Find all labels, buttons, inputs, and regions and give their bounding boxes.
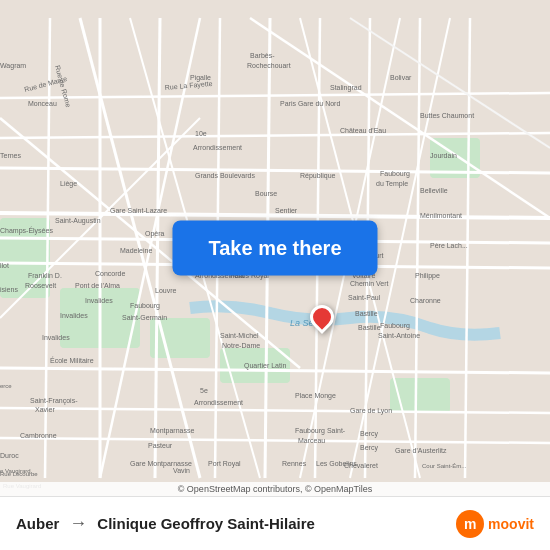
origin-label: Auber <box>16 515 59 532</box>
svg-text:Marceau: Marceau <box>298 437 325 444</box>
svg-text:Belleville: Belleville <box>420 187 448 194</box>
svg-text:Château d'Eau: Château d'Eau <box>340 127 386 134</box>
svg-text:Ternes: Ternes <box>0 152 22 159</box>
svg-text:Cour Saint-Ém...: Cour Saint-Ém... <box>422 463 467 469</box>
svg-text:Saint-Antoine: Saint-Antoine <box>378 332 420 339</box>
svg-text:Place Monge: Place Monge <box>295 392 336 400</box>
svg-text:Bercy: Bercy <box>360 430 378 438</box>
svg-text:Barbès-: Barbès- <box>250 52 275 59</box>
svg-text:Saint-François-: Saint-François- <box>30 397 78 405</box>
svg-text:Faubourg: Faubourg <box>380 322 410 330</box>
svg-text:e Vaugirard: e Vaugirard <box>0 468 31 474</box>
take-me-there-button[interactable]: Take me there <box>172 221 377 276</box>
svg-text:Grands Boulevards: Grands Boulevards <box>195 172 255 179</box>
svg-text:Opéra: Opéra <box>145 230 165 238</box>
svg-text:Pont de l'Alma: Pont de l'Alma <box>75 282 120 289</box>
svg-text:Bourse: Bourse <box>255 190 277 197</box>
svg-text:Invalides: Invalides <box>85 297 113 304</box>
svg-text:Saint-Germain: Saint-Germain <box>122 314 167 321</box>
svg-text:Bolivar: Bolivar <box>390 74 412 81</box>
destination-pin <box>310 305 334 329</box>
svg-text:Saint-Augustin: Saint-Augustin <box>55 217 101 225</box>
svg-text:Père Lach...: Père Lach... <box>430 242 468 249</box>
svg-text:Arrondissement: Arrondissement <box>194 399 243 406</box>
svg-text:Faubourg: Faubourg <box>130 302 160 310</box>
svg-text:erce: erce <box>0 383 12 389</box>
svg-text:Sentier: Sentier <box>275 207 298 214</box>
moovit-logo: m moovit <box>456 510 534 538</box>
svg-text:Roosevelt: Roosevelt <box>25 282 56 289</box>
map-container: La Seine <box>0 0 550 496</box>
svg-text:Gare Saint-Lazare: Gare Saint-Lazare <box>110 207 167 214</box>
svg-text:Buttes Chaumont: Buttes Chaumont <box>420 112 474 119</box>
svg-text:Faubourg: Faubourg <box>380 170 410 178</box>
svg-text:Saint-Michel: Saint-Michel <box>220 332 259 339</box>
pin-marker <box>305 300 339 334</box>
svg-text:Liège: Liège <box>60 180 77 188</box>
svg-text:Stalingrad: Stalingrad <box>330 84 362 92</box>
svg-text:10e: 10e <box>195 130 207 137</box>
svg-text:Pigalle: Pigalle <box>190 74 211 82</box>
svg-text:Notre-Dame: Notre-Dame <box>222 342 260 349</box>
bottom-bar: Auber → Clinique Geoffroy Saint-Hilaire … <box>0 496 550 550</box>
svg-text:Bercy: Bercy <box>360 444 378 452</box>
svg-text:Gare de Lyon: Gare de Lyon <box>350 407 392 415</box>
svg-text:Faubourg Saint-: Faubourg Saint- <box>295 427 346 435</box>
svg-text:Les Gobelins: Les Gobelins <box>316 460 357 467</box>
arrow-icon: → <box>69 513 87 534</box>
map-attribution: © OpenStreetMap contributors, © OpenMapT… <box>0 482 550 496</box>
svg-text:Bastille: Bastille <box>358 324 381 331</box>
svg-text:Gare d'Austerlitz: Gare d'Austerlitz <box>395 447 447 454</box>
svg-text:Duroc: Duroc <box>0 452 19 459</box>
svg-text:Rennes: Rennes <box>282 460 307 467</box>
svg-text:Wagram: Wagram <box>0 62 26 70</box>
svg-text:5e: 5e <box>200 387 208 394</box>
svg-text:llot: llot <box>0 262 9 269</box>
svg-text:Arrondissement: Arrondissement <box>193 144 242 151</box>
app: La Seine <box>0 0 550 550</box>
svg-text:Port Royal: Port Royal <box>208 460 241 468</box>
svg-text:Paris Gare du Nord: Paris Gare du Nord <box>280 100 340 107</box>
svg-text:Bastille: Bastille <box>355 310 378 317</box>
svg-text:Madeleine: Madeleine <box>120 247 152 254</box>
svg-text:Cambronne: Cambronne <box>20 432 57 439</box>
svg-text:Franklin D.: Franklin D. <box>28 272 62 279</box>
svg-text:Quartier Latin: Quartier Latin <box>244 362 287 370</box>
svg-text:Vavin: Vavin <box>173 467 190 474</box>
svg-text:Charonne: Charonne <box>410 297 441 304</box>
svg-text:Invalides: Invalides <box>42 334 70 341</box>
svg-text:Rochechouart: Rochechouart <box>247 62 291 69</box>
svg-text:Invalides: Invalides <box>60 312 88 319</box>
svg-text:Pasteur: Pasteur <box>148 442 173 449</box>
svg-text:Chemin Vert: Chemin Vert <box>350 280 389 287</box>
svg-text:Concorde: Concorde <box>95 270 125 277</box>
svg-text:Ménilmontant: Ménilmontant <box>420 212 462 219</box>
moovit-icon: m <box>456 510 484 538</box>
svg-text:École Militaire: École Militaire <box>50 356 94 364</box>
svg-text:République: République <box>300 172 336 180</box>
svg-text:isiens: isiens <box>0 286 18 293</box>
svg-text:Montparnasse: Montparnasse <box>150 427 194 435</box>
svg-text:du Temple: du Temple <box>376 180 408 188</box>
svg-text:Champs-Élysées: Champs-Élysées <box>0 226 53 235</box>
destination-label: Clinique Geoffroy Saint-Hilaire <box>97 515 315 532</box>
svg-text:Monceau: Monceau <box>28 100 57 107</box>
moovit-text: moovit <box>488 516 534 532</box>
svg-text:Xavier: Xavier <box>35 406 56 413</box>
svg-text:Saint-Paul: Saint-Paul <box>348 294 381 301</box>
svg-text:Philippe: Philippe <box>415 272 440 280</box>
svg-text:Louvre: Louvre <box>155 287 177 294</box>
svg-text:Jourdain: Jourdain <box>430 152 457 159</box>
